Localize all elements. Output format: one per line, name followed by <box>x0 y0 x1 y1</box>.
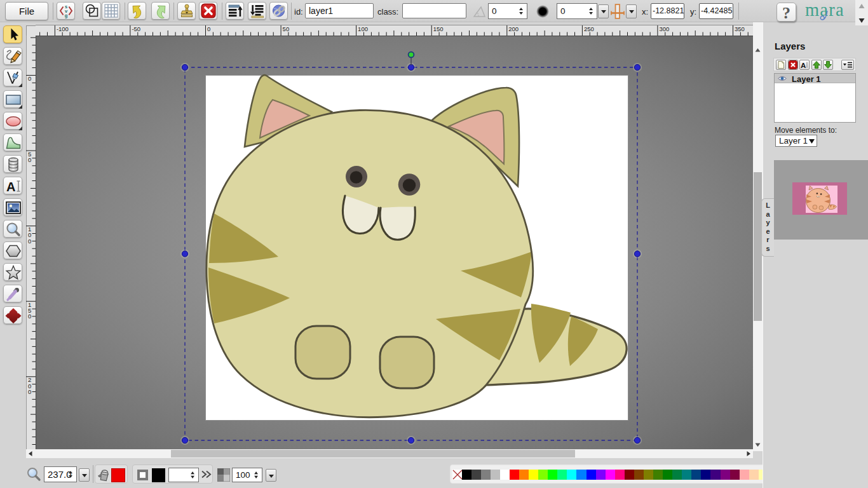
svg-text:0: 0 <box>28 238 31 245</box>
svg-text:A: A <box>6 180 15 194</box>
svg-text:g: g <box>65 13 68 18</box>
svg-text:0: 0 <box>28 313 31 320</box>
svg-text:250: 250 <box>584 25 594 32</box>
svg-text:0: 0 <box>207 25 210 32</box>
svg-text:350: 350 <box>735 25 745 32</box>
svg-text:200: 200 <box>508 25 519 32</box>
svg-text:0: 0 <box>28 75 31 82</box>
svg-text:0: 0 <box>28 156 31 163</box>
svg-text:50: 50 <box>283 25 290 32</box>
svg-text:300: 300 <box>659 25 669 32</box>
svg-text:A: A <box>801 62 806 69</box>
svg-text:mara: mara <box>805 1 844 20</box>
svg-text:-50: -50 <box>132 25 140 32</box>
svg-text:-100: -100 <box>57 25 69 32</box>
svg-text:0: 0 <box>28 388 31 395</box>
svg-text:150: 150 <box>433 25 444 32</box>
svg-text:100: 100 <box>358 25 368 32</box>
